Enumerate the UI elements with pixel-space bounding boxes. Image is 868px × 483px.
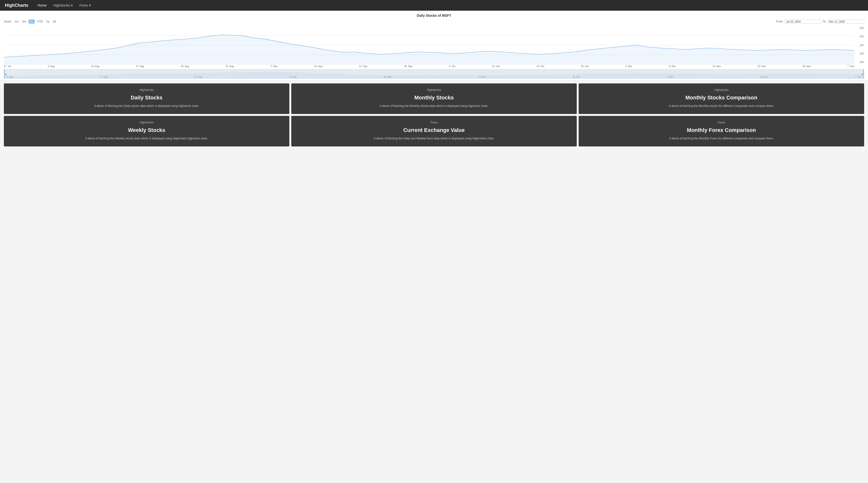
chevron-down-icon: ▾ (89, 0, 91, 11)
zoom-1y[interactable]: 1y (45, 20, 51, 24)
card-1-desc: A demo of fetching the Monthly stocks da… (297, 104, 571, 108)
x-label-7: 14. Sep (314, 65, 322, 68)
zoom-6m[interactable]: 6m (29, 20, 35, 24)
chart-title: Daily Stocks of MSFT (4, 13, 864, 18)
x-label-5: 31. Aug (226, 65, 234, 68)
navigator-x-labels: 3. Aug 17. Aug 31. Aug 14. Sep 28. Sep 1… (6, 76, 862, 78)
x-label-19: 7. Dec (847, 65, 855, 68)
y-label-220: 220 (860, 35, 864, 38)
nav-brand[interactable]: HighCharts (5, 3, 28, 8)
card-5-desc: A demo of fetching the Monthly Forex for… (585, 136, 858, 141)
x-label-12: 19. Oct (536, 65, 544, 68)
card-3-title: Weekly Stocks (10, 127, 283, 133)
cards-grid: Highstocks Daily Stocks A demo of fetchi… (0, 81, 868, 149)
nav-x-8: 23. Nov (761, 76, 768, 78)
x-label-6: 7. Sep (271, 65, 277, 68)
nav-link-highstocks[interactable]: Highstocks ▾ (50, 0, 76, 11)
card-monthly-stocks[interactable]: Highstocks Monthly Stocks A demo of fetc… (291, 83, 577, 114)
y-label-230: 230 (860, 27, 864, 29)
x-label-8: 21. Sep (359, 65, 367, 68)
nav-x-2: 31. Aug (194, 76, 202, 78)
nav-x-5: 12. Oct (478, 76, 486, 78)
card-2-category: Highstocks (585, 88, 858, 92)
date-range: From To (776, 20, 864, 24)
nav-links: Home Highstocks ▾ Forex ▾ (34, 0, 94, 11)
zoom-ytd[interactable]: YTD (36, 20, 44, 24)
nav-x-0: 3. Aug (6, 76, 13, 78)
navbar: HighCharts Home Highstocks ▾ Forex ▾ (0, 0, 868, 11)
y-label-200: 200 (860, 52, 864, 55)
nav-x-4: 28. Sep (384, 76, 391, 78)
navigator-arrows: ◀ ▶ (4, 73, 864, 76)
x-axis-labels: 27. Jul 3. Aug 10. Aug 17. Aug 24. Aug 3… (4, 64, 864, 68)
card-monthly-forex-comparison[interactable]: Forex Monthly Forex Comparison A demo of… (579, 116, 864, 147)
nav-item-home[interactable]: Home (34, 0, 50, 11)
main-chart: 230 220 210 200 190 (4, 26, 864, 64)
card-4-title: Current Exchange Value (297, 127, 571, 133)
card-0-category: Highstocks (10, 88, 283, 92)
card-3-category: Highstocks (10, 121, 283, 124)
zoom-1m[interactable]: 1m (14, 20, 20, 24)
chart-controls: Zoom 1m 3m 6m YTD 1y All From To (4, 20, 864, 24)
nav-left-arrow[interactable]: ◀ (5, 73, 6, 76)
card-daily-stocks[interactable]: Highstocks Daily Stocks A demo of fetchi… (4, 83, 289, 114)
card-0-desc: A demo of fetching the Daily stocks data… (10, 104, 283, 108)
card-current-exchange[interactable]: Forex Current Exchange Value A demo of f… (291, 116, 577, 147)
chart-svg (4, 26, 855, 64)
to-date-input[interactable] (827, 20, 864, 24)
card-1-title: Monthly Stocks (297, 95, 571, 101)
zoom-controls: Zoom 1m 3m 6m YTD 1y All (4, 20, 57, 24)
chart-y-axis: 230 220 210 200 190 (855, 26, 864, 64)
nav-link-home[interactable]: Home (34, 0, 50, 11)
chevron-down-icon: ▾ (71, 0, 73, 11)
card-weekly-stocks[interactable]: Highstocks Weekly Stocks A demo of fetch… (4, 116, 289, 147)
card-0-title: Daily Stocks (10, 95, 283, 101)
chart-section: Daily Stocks of MSFT Zoom 1m 3m 6m YTD 1… (0, 11, 868, 81)
x-label-1: 3. Aug (48, 65, 55, 68)
zoom-3m[interactable]: 3m (21, 20, 27, 24)
card-4-desc: A demo of fetching the Daily and Weekly … (297, 136, 571, 141)
card-2-desc: A demo of fetching the Monthly stocks fo… (585, 104, 858, 108)
card-2-title: Monthly Stocks Comparison (585, 95, 858, 101)
to-label: To (823, 20, 826, 23)
nav-x-3: 14. Sep (289, 76, 297, 78)
nav-x-7: 9. Nov (667, 76, 673, 78)
y-label-190: 190 (860, 61, 864, 63)
x-label-15: 9. Nov (669, 65, 676, 68)
x-label-18: 30. Nov (802, 65, 811, 68)
nav-item-forex[interactable]: Forex ▾ (76, 0, 94, 11)
x-label-10: 5. Oct (449, 65, 456, 68)
nav-x-6: 26. Oct (572, 76, 580, 78)
x-label-11: 12. Oct (492, 65, 500, 68)
x-label-2: 10. Aug (91, 65, 99, 68)
nav-x-1: 17. Aug (100, 76, 107, 78)
nav-right-arrow[interactable]: ▶ (862, 73, 863, 76)
from-date-input[interactable] (784, 20, 821, 24)
from-label: From (776, 20, 783, 23)
chart-canvas (4, 26, 855, 64)
x-label-16: 16. Nov (712, 65, 721, 68)
x-label-14: 2. Nov (625, 65, 632, 68)
card-monthly-stocks-comparison[interactable]: Highstocks Monthly Stocks Comparison A d… (579, 83, 864, 114)
card-4-category: Forex (297, 121, 571, 124)
card-1-category: Highstocks (297, 88, 571, 92)
x-label-3: 17. Aug (136, 65, 144, 68)
x-label-4: 24. Aug (181, 65, 189, 68)
card-5-category: Forex (585, 121, 858, 124)
x-label-17: 23. Nov (757, 65, 766, 68)
x-label-0: 27. Jul (4, 65, 11, 68)
x-label-9: 28. Sep (404, 65, 412, 68)
chart-navigator[interactable]: 3. Aug 17. Aug 31. Aug 14. Sep 28. Sep 1… (4, 69, 864, 79)
zoom-label: Zoom (4, 20, 11, 23)
card-3-desc: A demo of fetching the Weekly stocks dat… (10, 136, 283, 141)
nav-item-highstocks[interactable]: Highstocks ▾ (50, 0, 76, 11)
nav-link-forex[interactable]: Forex ▾ (76, 0, 94, 11)
card-5-title: Monthly Forex Comparison (585, 127, 858, 133)
x-label-13: 26. Oct (581, 65, 589, 68)
y-label-210: 210 (860, 44, 864, 47)
zoom-all[interactable]: All (52, 20, 57, 24)
nav-x-9: 7. Dec (855, 76, 862, 78)
